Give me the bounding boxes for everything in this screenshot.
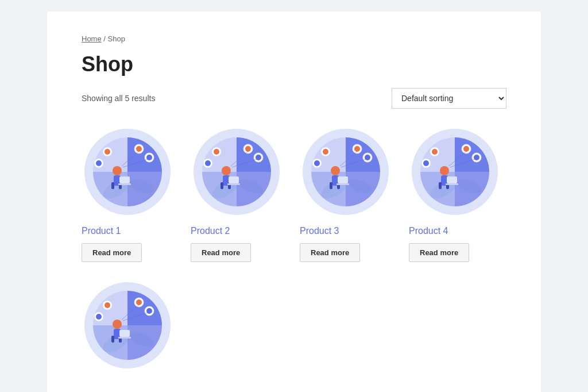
- svg-rect-62: [439, 182, 442, 189]
- svg-point-22: [222, 166, 231, 175]
- product-name-4[interactable]: Product 4: [409, 226, 448, 236]
- svg-point-79: [113, 320, 122, 329]
- read-more-button-2[interactable]: Read more: [191, 243, 251, 262]
- svg-rect-43: [330, 182, 332, 189]
- product-name-1[interactable]: Product 1: [82, 226, 121, 236]
- sort-select[interactable]: Default sorting Sort by popularity Sort …: [392, 88, 506, 109]
- svg-point-48: [354, 146, 360, 152]
- svg-point-16: [96, 160, 102, 166]
- product-card-3: Product 3 Read more: [300, 126, 397, 262]
- results-count: Showing all 5 results: [82, 94, 155, 103]
- svg-rect-46: [336, 183, 349, 185]
- svg-point-92: [96, 314, 102, 320]
- svg-point-86: [136, 299, 142, 305]
- svg-point-90: [105, 302, 110, 308]
- svg-point-73: [423, 160, 429, 166]
- svg-rect-64: [447, 176, 457, 183]
- page-title: Shop: [82, 52, 506, 76]
- svg-rect-26: [229, 176, 239, 183]
- product-card-5: [82, 279, 179, 379]
- svg-point-3: [113, 166, 122, 175]
- svg-rect-45: [338, 176, 348, 183]
- product-image-1[interactable]: [82, 126, 173, 218]
- svg-point-33: [214, 149, 219, 155]
- svg-point-60: [440, 166, 449, 175]
- svg-rect-24: [220, 182, 223, 189]
- svg-point-35: [205, 160, 211, 166]
- svg-point-71: [432, 149, 438, 155]
- product-image-4[interactable]: [409, 126, 501, 218]
- svg-rect-81: [111, 336, 114, 343]
- breadcrumb-separator: /: [102, 34, 108, 43]
- svg-rect-27: [227, 183, 240, 185]
- product-image-5[interactable]: [82, 279, 173, 371]
- breadcrumb: Home / Shop: [82, 34, 506, 43]
- products-grid-row2: [82, 279, 506, 379]
- product-card-1: Product 1 Read more: [82, 126, 179, 262]
- read-more-button-4[interactable]: Read more: [409, 243, 469, 262]
- product-card-4: Product 4 Read more: [409, 126, 506, 262]
- read-more-button-3[interactable]: Read more: [300, 243, 360, 262]
- svg-rect-5: [111, 182, 114, 189]
- product-name-3[interactable]: Product 3: [300, 226, 339, 236]
- svg-rect-7: [119, 176, 130, 183]
- page-wrapper: Home / Shop Shop Showing all 5 results D…: [47, 11, 541, 392]
- svg-point-67: [463, 146, 469, 152]
- shop-header: Showing all 5 results Default sorting So…: [82, 88, 506, 109]
- svg-rect-84: [118, 337, 131, 339]
- breadcrumb-current: Shop: [108, 34, 125, 43]
- svg-point-41: [331, 166, 340, 175]
- product-image-2[interactable]: [191, 126, 283, 218]
- read-more-button-1[interactable]: Read more: [82, 243, 142, 262]
- svg-rect-65: [446, 183, 458, 185]
- svg-rect-8: [118, 183, 131, 185]
- svg-point-54: [314, 160, 320, 166]
- svg-rect-83: [119, 330, 130, 337]
- breadcrumb-home-link[interactable]: Home: [82, 34, 102, 43]
- products-grid-row1: Product 1 Read more: [82, 126, 506, 262]
- product-image-3[interactable]: [300, 126, 392, 218]
- svg-point-14: [105, 149, 110, 155]
- svg-point-10: [136, 146, 142, 152]
- product-name-2[interactable]: Product 2: [191, 226, 230, 236]
- svg-point-52: [323, 149, 328, 155]
- product-card-2: Product 2 Read more: [191, 126, 288, 262]
- svg-point-29: [245, 146, 251, 152]
